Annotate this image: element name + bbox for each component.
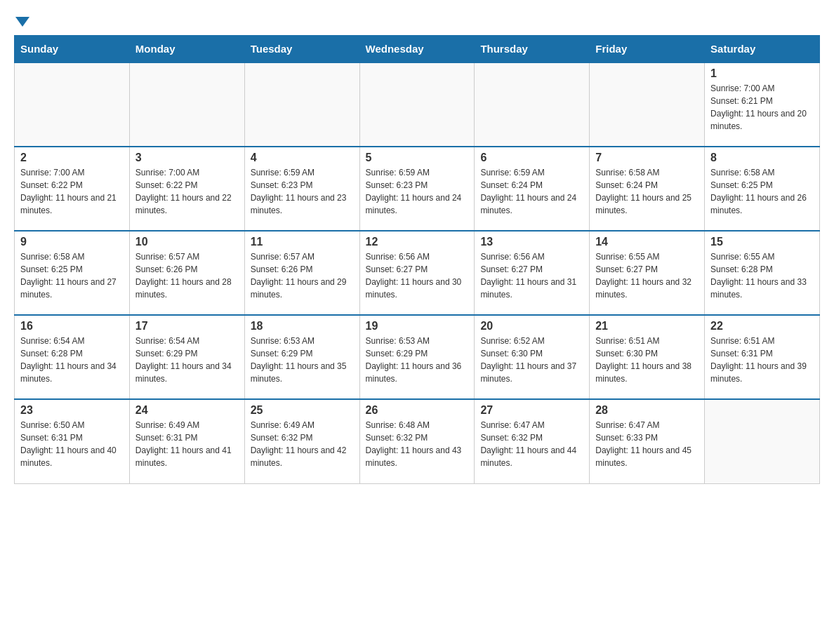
day-number: 2 [20,152,124,164]
calendar-day-cell: 18Sunrise: 6:53 AMSunset: 6:29 PMDayligh… [244,315,359,399]
day-sun-info: Sunrise: 6:56 AMSunset: 6:27 PMDaylight:… [366,250,469,301]
calendar-day-cell [590,62,705,147]
day-sun-info: Sunrise: 7:00 AMSunset: 6:22 PMDaylight:… [20,166,124,217]
calendar-week-row: 2Sunrise: 7:00 AMSunset: 6:22 PMDaylight… [15,147,820,231]
day-number: 8 [710,152,814,164]
day-number: 13 [480,236,583,248]
calendar-day-cell: 13Sunrise: 6:56 AMSunset: 6:27 PMDayligh… [475,231,590,315]
calendar-day-cell: 21Sunrise: 6:51 AMSunset: 6:30 PMDayligh… [590,315,705,399]
day-of-week-header: Wednesday [359,36,475,63]
calendar-day-cell: 15Sunrise: 6:55 AMSunset: 6:28 PMDayligh… [705,231,820,315]
calendar-day-cell: 17Sunrise: 6:54 AMSunset: 6:29 PMDayligh… [129,315,244,399]
day-of-week-header: Saturday [705,36,820,63]
calendar-week-row: 23Sunrise: 6:50 AMSunset: 6:31 PMDayligh… [15,399,820,483]
calendar-table: SundayMondayTuesdayWednesdayThursdayFrid… [14,35,820,484]
calendar-day-cell: 10Sunrise: 6:57 AMSunset: 6:26 PMDayligh… [129,231,244,315]
calendar-day-cell [129,62,244,147]
day-number: 21 [595,320,699,333]
day-sun-info: Sunrise: 6:59 AMSunset: 6:24 PMDaylight:… [480,166,583,217]
calendar-day-cell: 5Sunrise: 6:59 AMSunset: 6:23 PMDaylight… [359,147,475,231]
day-sun-info: Sunrise: 6:49 AMSunset: 6:32 PMDaylight:… [251,419,354,469]
day-sun-info: Sunrise: 6:53 AMSunset: 6:29 PMDaylight:… [366,335,469,385]
day-sun-info: Sunrise: 6:48 AMSunset: 6:32 PMDaylight:… [366,419,469,469]
calendar-day-cell: 11Sunrise: 6:57 AMSunset: 6:26 PMDayligh… [244,231,359,315]
day-sun-info: Sunrise: 6:54 AMSunset: 6:29 PMDaylight:… [135,335,239,385]
calendar-day-cell: 24Sunrise: 6:49 AMSunset: 6:31 PMDayligh… [129,399,244,483]
calendar-week-row: 16Sunrise: 6:54 AMSunset: 6:28 PMDayligh… [15,315,820,399]
day-sun-info: Sunrise: 6:59 AMSunset: 6:23 PMDaylight:… [251,166,354,217]
day-number: 9 [20,236,124,248]
day-sun-info: Sunrise: 6:57 AMSunset: 6:26 PMDaylight:… [135,250,239,301]
day-sun-info: Sunrise: 6:59 AMSunset: 6:23 PMDaylight:… [366,166,469,217]
day-number: 28 [595,404,699,417]
day-number: 22 [710,320,814,333]
calendar-day-cell: 16Sunrise: 6:54 AMSunset: 6:28 PMDayligh… [15,315,130,399]
day-sun-info: Sunrise: 6:49 AMSunset: 6:31 PMDaylight:… [135,419,239,469]
day-number: 7 [595,152,699,164]
day-number: 6 [480,152,583,164]
day-number: 25 [251,404,354,417]
day-of-week-header: Sunday [15,36,130,63]
calendar-week-row: 1Sunrise: 7:00 AMSunset: 6:21 PMDaylight… [15,62,820,147]
day-sun-info: Sunrise: 6:47 AMSunset: 6:33 PMDaylight:… [595,419,699,469]
day-of-week-header: Thursday [475,36,590,63]
day-sun-info: Sunrise: 6:55 AMSunset: 6:28 PMDaylight:… [710,250,814,301]
calendar-day-cell [15,62,130,147]
day-number: 27 [480,404,583,417]
day-number: 17 [135,320,239,333]
calendar-day-cell: 3Sunrise: 7:00 AMSunset: 6:22 PMDaylight… [129,147,244,231]
calendar-day-cell: 28Sunrise: 6:47 AMSunset: 6:33 PMDayligh… [590,399,705,483]
calendar-day-cell: 4Sunrise: 6:59 AMSunset: 6:23 PMDaylight… [244,147,359,231]
day-number: 23 [20,404,124,417]
calendar-day-cell: 12Sunrise: 6:56 AMSunset: 6:27 PMDayligh… [359,231,475,315]
calendar-day-cell: 2Sunrise: 7:00 AMSunset: 6:22 PMDaylight… [15,147,130,231]
logo-arrow-icon [15,17,29,27]
calendar-day-cell [705,399,820,483]
day-of-week-header: Tuesday [244,36,359,63]
calendar-day-cell: 20Sunrise: 6:52 AMSunset: 6:30 PMDayligh… [475,315,590,399]
day-number: 3 [135,152,239,164]
day-number: 18 [251,320,354,333]
calendar-day-cell: 25Sunrise: 6:49 AMSunset: 6:32 PMDayligh… [244,399,359,483]
day-sun-info: Sunrise: 6:56 AMSunset: 6:27 PMDaylight:… [480,250,583,301]
day-number: 4 [251,152,354,164]
day-of-week-header: Friday [590,36,705,63]
calendar-day-cell [359,62,475,147]
day-of-week-header: Monday [129,36,244,63]
logo [14,14,29,24]
day-number: 20 [480,320,583,333]
page-header [14,14,820,24]
day-sun-info: Sunrise: 7:00 AMSunset: 6:21 PMDaylight:… [710,82,814,133]
calendar-day-cell: 7Sunrise: 6:58 AMSunset: 6:24 PMDaylight… [590,147,705,231]
day-number: 12 [366,236,469,248]
day-sun-info: Sunrise: 6:54 AMSunset: 6:28 PMDaylight:… [20,335,124,385]
day-sun-info: Sunrise: 6:53 AMSunset: 6:29 PMDaylight:… [251,335,354,385]
day-number: 15 [710,236,814,248]
day-number: 14 [595,236,699,248]
day-number: 19 [366,320,469,333]
day-sun-info: Sunrise: 7:00 AMSunset: 6:22 PMDaylight:… [135,166,239,217]
calendar-day-cell: 26Sunrise: 6:48 AMSunset: 6:32 PMDayligh… [359,399,475,483]
calendar-day-cell: 8Sunrise: 6:58 AMSunset: 6:25 PMDaylight… [705,147,820,231]
logo-general-text [14,14,29,27]
calendar-day-cell: 22Sunrise: 6:51 AMSunset: 6:31 PMDayligh… [705,315,820,399]
day-sun-info: Sunrise: 6:58 AMSunset: 6:24 PMDaylight:… [595,166,699,217]
day-sun-info: Sunrise: 6:57 AMSunset: 6:26 PMDaylight:… [251,250,354,301]
day-number: 10 [135,236,239,248]
day-sun-info: Sunrise: 6:47 AMSunset: 6:32 PMDaylight:… [480,419,583,469]
calendar-day-cell: 23Sunrise: 6:50 AMSunset: 6:31 PMDayligh… [15,399,130,483]
day-sun-info: Sunrise: 6:51 AMSunset: 6:31 PMDaylight:… [710,335,814,385]
day-sun-info: Sunrise: 6:58 AMSunset: 6:25 PMDaylight:… [20,250,124,301]
day-sun-info: Sunrise: 6:55 AMSunset: 6:27 PMDaylight:… [595,250,699,301]
calendar-day-cell: 19Sunrise: 6:53 AMSunset: 6:29 PMDayligh… [359,315,475,399]
calendar-day-cell: 9Sunrise: 6:58 AMSunset: 6:25 PMDaylight… [15,231,130,315]
day-sun-info: Sunrise: 6:58 AMSunset: 6:25 PMDaylight:… [710,166,814,217]
calendar-day-cell: 6Sunrise: 6:59 AMSunset: 6:24 PMDaylight… [475,147,590,231]
day-number: 16 [20,320,124,333]
day-number: 1 [710,67,814,80]
calendar-day-cell: 27Sunrise: 6:47 AMSunset: 6:32 PMDayligh… [475,399,590,483]
day-sun-info: Sunrise: 6:52 AMSunset: 6:30 PMDaylight:… [480,335,583,385]
day-number: 26 [366,404,469,417]
day-number: 24 [135,404,239,417]
day-number: 11 [251,236,354,248]
